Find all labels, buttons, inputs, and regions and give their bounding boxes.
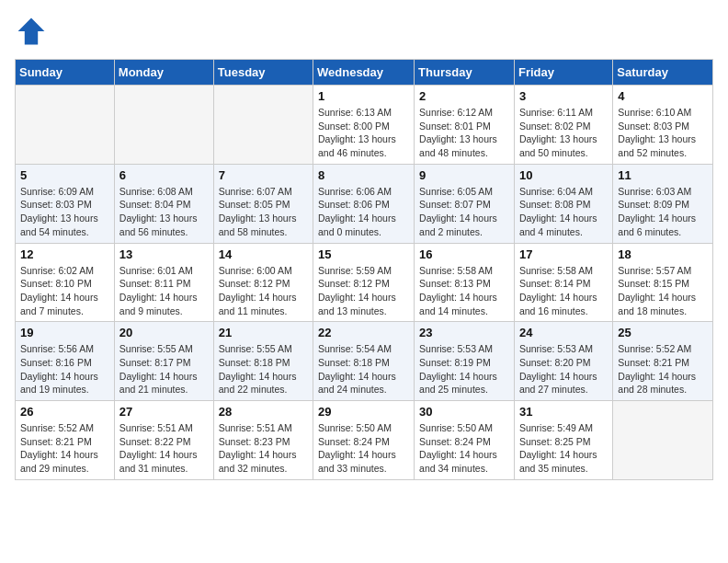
day-info: Sunrise: 6:01 AM Sunset: 8:11 PM Dayligh… xyxy=(119,264,209,318)
day-number: 18 xyxy=(618,247,708,261)
calendar-week-row: 12Sunrise: 6:02 AM Sunset: 8:10 PM Dayli… xyxy=(16,243,713,322)
day-info: Sunrise: 5:55 AM Sunset: 8:18 PM Dayligh… xyxy=(219,342,308,396)
calendar-week-row: 5Sunrise: 6:09 AM Sunset: 8:03 PM Daylig… xyxy=(16,164,713,243)
calendar-cell: 4Sunrise: 6:10 AM Sunset: 8:03 PM Daylig… xyxy=(613,86,713,165)
day-number: 23 xyxy=(419,326,509,339)
day-info: Sunrise: 5:52 AM Sunset: 8:21 PM Dayligh… xyxy=(20,421,109,476)
calendar-week-row: 19Sunrise: 5:56 AM Sunset: 8:16 PM Dayli… xyxy=(16,322,713,401)
calendar-cell: 9Sunrise: 6:05 AM Sunset: 8:07 PM Daylig… xyxy=(415,164,515,243)
day-info: Sunrise: 6:03 AM Sunset: 8:09 PM Dayligh… xyxy=(618,185,708,239)
calendar-cell: 24Sunrise: 5:53 AM Sunset: 8:20 PM Dayli… xyxy=(514,322,612,401)
day-number: 12 xyxy=(20,247,109,261)
day-number: 31 xyxy=(519,405,608,419)
calendar-cell: 30Sunrise: 5:50 AM Sunset: 8:24 PM Dayli… xyxy=(415,401,515,480)
weekday-header-wednesday: Wednesday xyxy=(313,60,415,86)
day-info: Sunrise: 5:59 AM Sunset: 8:12 PM Dayligh… xyxy=(318,264,409,318)
day-number: 5 xyxy=(20,168,109,182)
calendar-cell xyxy=(16,86,115,165)
calendar-cell: 6Sunrise: 6:08 AM Sunset: 8:04 PM Daylig… xyxy=(114,164,213,243)
day-info: Sunrise: 6:00 AM Sunset: 8:12 PM Dayligh… xyxy=(219,264,308,318)
calendar-cell xyxy=(213,86,313,165)
calendar-cell: 26Sunrise: 5:52 AM Sunset: 8:21 PM Dayli… xyxy=(16,401,115,480)
day-number: 1 xyxy=(318,89,409,103)
day-info: Sunrise: 5:50 AM Sunset: 8:24 PM Dayligh… xyxy=(419,421,509,476)
day-number: 4 xyxy=(618,89,708,103)
calendar-week-row: 26Sunrise: 5:52 AM Sunset: 8:21 PM Dayli… xyxy=(16,401,713,480)
day-info: Sunrise: 5:52 AM Sunset: 8:21 PM Dayligh… xyxy=(618,342,708,396)
calendar-cell: 19Sunrise: 5:56 AM Sunset: 8:16 PM Dayli… xyxy=(16,322,115,401)
weekday-header-friday: Friday xyxy=(514,60,612,86)
day-number: 7 xyxy=(219,168,308,182)
logo-icon xyxy=(15,15,48,48)
day-number: 16 xyxy=(419,247,509,261)
weekday-header-saturday: Saturday xyxy=(613,60,713,86)
page-header xyxy=(15,15,713,48)
calendar-cell: 1Sunrise: 6:13 AM Sunset: 8:00 PM Daylig… xyxy=(313,86,415,165)
day-info: Sunrise: 5:49 AM Sunset: 8:25 PM Dayligh… xyxy=(519,421,608,476)
calendar-cell xyxy=(114,86,213,165)
day-info: Sunrise: 6:13 AM Sunset: 8:00 PM Dayligh… xyxy=(318,106,409,160)
day-number: 15 xyxy=(318,247,409,261)
day-info: Sunrise: 6:08 AM Sunset: 8:04 PM Dayligh… xyxy=(119,185,209,239)
day-number: 8 xyxy=(318,168,409,182)
day-info: Sunrise: 5:53 AM Sunset: 8:19 PM Dayligh… xyxy=(419,342,509,396)
day-number: 3 xyxy=(519,89,608,103)
calendar-cell: 27Sunrise: 5:51 AM Sunset: 8:22 PM Dayli… xyxy=(114,401,213,480)
logo xyxy=(15,15,51,48)
weekday-header-thursday: Thursday xyxy=(415,60,515,86)
calendar-cell: 14Sunrise: 6:00 AM Sunset: 8:12 PM Dayli… xyxy=(213,243,313,322)
weekday-header-monday: Monday xyxy=(114,60,213,86)
calendar-cell: 10Sunrise: 6:04 AM Sunset: 8:08 PM Dayli… xyxy=(514,164,612,243)
day-number: 2 xyxy=(419,89,509,103)
calendar-cell: 25Sunrise: 5:52 AM Sunset: 8:21 PM Dayli… xyxy=(613,322,713,401)
day-number: 11 xyxy=(618,168,708,182)
calendar-cell: 2Sunrise: 6:12 AM Sunset: 8:01 PM Daylig… xyxy=(415,86,515,165)
day-number: 25 xyxy=(618,326,708,339)
day-info: Sunrise: 6:06 AM Sunset: 8:06 PM Dayligh… xyxy=(318,185,409,239)
day-info: Sunrise: 5:55 AM Sunset: 8:17 PM Dayligh… xyxy=(119,342,209,396)
calendar-cell: 21Sunrise: 5:55 AM Sunset: 8:18 PM Dayli… xyxy=(213,322,313,401)
day-number: 20 xyxy=(119,326,209,339)
day-info: Sunrise: 5:51 AM Sunset: 8:23 PM Dayligh… xyxy=(219,421,308,476)
calendar-cell: 3Sunrise: 6:11 AM Sunset: 8:02 PM Daylig… xyxy=(514,86,612,165)
day-number: 30 xyxy=(419,405,509,419)
day-info: Sunrise: 5:56 AM Sunset: 8:16 PM Dayligh… xyxy=(20,342,109,396)
day-number: 22 xyxy=(318,326,409,339)
calendar-cell: 13Sunrise: 6:01 AM Sunset: 8:11 PM Dayli… xyxy=(114,243,213,322)
day-number: 14 xyxy=(219,247,308,261)
calendar-table: SundayMondayTuesdayWednesdayThursdayFrid… xyxy=(15,59,713,480)
day-number: 26 xyxy=(20,405,109,419)
svg-marker-0 xyxy=(18,18,45,45)
calendar-cell xyxy=(613,401,713,480)
day-info: Sunrise: 5:50 AM Sunset: 8:24 PM Dayligh… xyxy=(318,421,409,476)
day-number: 10 xyxy=(519,168,608,182)
day-number: 19 xyxy=(20,326,109,339)
day-info: Sunrise: 6:11 AM Sunset: 8:02 PM Dayligh… xyxy=(519,106,608,160)
day-info: Sunrise: 5:51 AM Sunset: 8:22 PM Dayligh… xyxy=(119,421,209,476)
day-number: 29 xyxy=(318,405,409,419)
calendar-week-row: 1Sunrise: 6:13 AM Sunset: 8:00 PM Daylig… xyxy=(16,86,713,165)
day-info: Sunrise: 5:58 AM Sunset: 8:13 PM Dayligh… xyxy=(419,264,509,318)
day-info: Sunrise: 6:12 AM Sunset: 8:01 PM Dayligh… xyxy=(419,106,509,160)
weekday-header-sunday: Sunday xyxy=(16,60,115,86)
calendar-cell: 31Sunrise: 5:49 AM Sunset: 8:25 PM Dayli… xyxy=(514,401,612,480)
calendar-cell: 28Sunrise: 5:51 AM Sunset: 8:23 PM Dayli… xyxy=(213,401,313,480)
day-info: Sunrise: 5:54 AM Sunset: 8:18 PM Dayligh… xyxy=(318,342,409,396)
day-number: 27 xyxy=(119,405,209,419)
day-info: Sunrise: 6:09 AM Sunset: 8:03 PM Dayligh… xyxy=(20,185,109,239)
calendar-cell: 16Sunrise: 5:58 AM Sunset: 8:13 PM Dayli… xyxy=(415,243,515,322)
calendar-cell: 15Sunrise: 5:59 AM Sunset: 8:12 PM Dayli… xyxy=(313,243,415,322)
day-number: 21 xyxy=(219,326,308,339)
day-number: 13 xyxy=(119,247,209,261)
calendar-cell: 7Sunrise: 6:07 AM Sunset: 8:05 PM Daylig… xyxy=(213,164,313,243)
day-info: Sunrise: 5:57 AM Sunset: 8:15 PM Dayligh… xyxy=(618,264,708,318)
calendar-cell: 17Sunrise: 5:58 AM Sunset: 8:14 PM Dayli… xyxy=(514,243,612,322)
calendar-cell: 22Sunrise: 5:54 AM Sunset: 8:18 PM Dayli… xyxy=(313,322,415,401)
day-number: 9 xyxy=(419,168,509,182)
day-info: Sunrise: 6:10 AM Sunset: 8:03 PM Dayligh… xyxy=(618,106,708,160)
calendar-cell: 12Sunrise: 6:02 AM Sunset: 8:10 PM Dayli… xyxy=(16,243,115,322)
calendar-cell: 23Sunrise: 5:53 AM Sunset: 8:19 PM Dayli… xyxy=(415,322,515,401)
calendar-cell: 20Sunrise: 5:55 AM Sunset: 8:17 PM Dayli… xyxy=(114,322,213,401)
day-info: Sunrise: 5:53 AM Sunset: 8:20 PM Dayligh… xyxy=(519,342,608,396)
weekday-header-tuesday: Tuesday xyxy=(213,60,313,86)
